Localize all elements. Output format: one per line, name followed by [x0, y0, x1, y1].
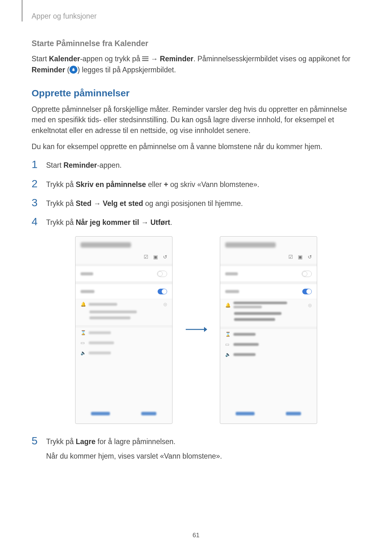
- phone-screenshot-left: ☑ ▣ ↺ 🔔 ◎: [75, 236, 172, 424]
- bell-icon: 🔔: [225, 303, 230, 308]
- blurred-title: [81, 242, 131, 248]
- text: . Påminnelsesskjermbildet vises og appik…: [193, 55, 350, 63]
- option-row: ▭: [75, 338, 172, 348]
- text-bold: Utført: [150, 218, 170, 226]
- option-row: 🔈: [220, 349, 317, 359]
- bottom-buttons: [220, 406, 317, 424]
- text-bold: Skriv en påminnelse: [76, 180, 146, 189]
- breadcrumb: Apper og funksjoner: [32, 12, 360, 21]
- place-sub-row: 🔔 ◎: [220, 299, 317, 311]
- step-1: 1 Start Reminder-appen.: [32, 160, 360, 170]
- toggle-on-icon: [158, 289, 167, 294]
- step-number: 4: [32, 216, 46, 227]
- text-bold: Lagre: [76, 437, 96, 446]
- header-icons-row: ☑ ▣ ↺: [75, 251, 172, 264]
- text: Trykk på: [46, 180, 76, 189]
- step-number: 2: [32, 178, 46, 189]
- bell-icon: 🔔: [81, 302, 85, 307]
- plus-icon: +: [164, 182, 168, 187]
- menu-icon: [142, 54, 148, 64]
- intro-paragraph: Start Kalender-appen og trykk på → Remin…: [32, 54, 360, 75]
- text-bold: Velg et sted: [103, 199, 143, 208]
- image-icon: ▣: [153, 254, 158, 260]
- checkbox-icon: ☑: [144, 254, 148, 260]
- paragraph: Du kan for eksempel opprette en påminnel…: [32, 142, 360, 152]
- toggle-off-icon: [157, 271, 167, 277]
- arrow-right-icon: [185, 326, 207, 334]
- screenshots-row: ☑ ▣ ↺ 🔔 ◎: [32, 236, 360, 424]
- place-row: [75, 284, 172, 299]
- header-icons-row: ☑ ▣ ↺: [220, 251, 317, 264]
- text: for å lagre påminnelsen.: [95, 437, 175, 446]
- text: (: [65, 66, 69, 74]
- hourglass-icon: ⌛: [225, 332, 230, 337]
- bottom-buttons: [75, 406, 172, 424]
- text: Start: [46, 161, 63, 169]
- step-2: 2 Trykk på Skriv en påminnelse eller + o…: [32, 179, 360, 190]
- step-number: 3: [32, 197, 46, 208]
- toggle-off-icon: [302, 271, 312, 277]
- paragraph: Opprette påminnelser på forskjellige måt…: [32, 104, 360, 136]
- blurred-title: [225, 242, 276, 248]
- image-icon: ▣: [298, 254, 303, 260]
- note-icon: ▭: [81, 340, 85, 345]
- text: og angi posisjonen til hjemme.: [143, 199, 243, 208]
- target-icon: ◎: [308, 303, 312, 308]
- text-bold: Sted: [76, 199, 92, 208]
- text: Trykk på: [46, 199, 76, 208]
- header-rule: [21, 0, 23, 21]
- phone-screenshot-right: ☑ ▣ ↺ 🔔 ◎: [220, 236, 317, 424]
- place-sub-row: 🔔 ◎: [75, 299, 172, 309]
- step-4: 4 Trykk på Når jeg kommer til → Utført.: [32, 217, 360, 227]
- step-5: 5 Trykk på Lagre for å lagre påminnelsen…: [32, 437, 360, 461]
- section-heading: Opprette påminnelser: [32, 88, 360, 99]
- text: →: [139, 218, 150, 226]
- option-row: ▭: [220, 339, 317, 349]
- option-row: ⌛: [220, 329, 317, 339]
- text: Trykk på: [46, 437, 76, 446]
- text-bold: Reminder: [32, 66, 65, 74]
- step-number: 5: [32, 435, 46, 446]
- place-row: [220, 284, 317, 299]
- time-row: [220, 266, 317, 282]
- text: og skriv «Vann blomstene».: [168, 180, 259, 189]
- text-bold: Kalender: [49, 55, 80, 63]
- option-row: 🔈: [75, 348, 172, 358]
- toggle-on-icon: [302, 289, 312, 294]
- text: -appen.: [97, 161, 122, 169]
- svg-marker-4: [204, 327, 207, 332]
- place-options: [220, 311, 317, 327]
- speaker-icon: 🔈: [225, 352, 230, 357]
- step-number: 1: [32, 159, 46, 170]
- text: Når du kommer hjem, vises varslet «Vann …: [46, 451, 360, 461]
- text: Trykk på: [46, 218, 76, 226]
- reminder-app-icon: [69, 66, 77, 74]
- checkbox-icon: ☑: [288, 254, 293, 260]
- option-row: ⌛: [75, 328, 172, 338]
- place-options: [75, 309, 172, 325]
- history-icon: ↺: [308, 254, 312, 260]
- text: .: [170, 218, 172, 226]
- history-icon: ↺: [163, 254, 167, 260]
- text: →: [92, 199, 103, 208]
- text: →: [148, 55, 160, 63]
- text-bold: Reminder: [160, 55, 193, 63]
- hourglass-icon: ⌛: [81, 330, 85, 335]
- text: -appen og trykk på: [80, 55, 142, 63]
- text-bold: Reminder: [63, 161, 97, 169]
- text: ) legges til på Appskjermbildet.: [77, 66, 176, 74]
- note-icon: ▭: [225, 342, 230, 347]
- time-row: [75, 266, 172, 282]
- page-number: 61: [0, 532, 392, 539]
- text: Start: [32, 55, 49, 63]
- text-bold: Når jeg kommer til: [76, 218, 139, 226]
- sub-heading: Starte Påminnelse fra Kalender: [32, 39, 360, 48]
- speaker-icon: 🔈: [81, 350, 85, 355]
- target-icon: ◎: [163, 302, 167, 307]
- step-3: 3 Trykk på Sted → Velg et sted og angi p…: [32, 198, 360, 208]
- text: eller: [146, 180, 164, 189]
